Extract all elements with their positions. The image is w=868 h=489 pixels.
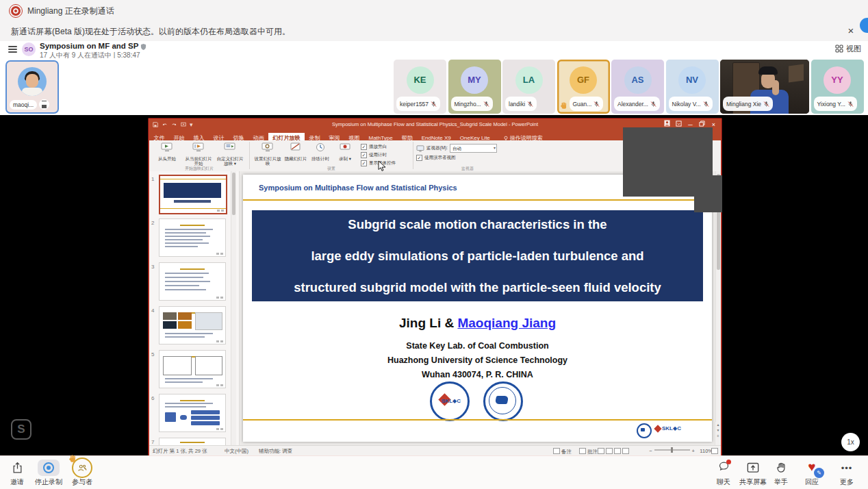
participant-avatar: YY xyxy=(824,66,851,94)
notes-button[interactable]: 备注 xyxy=(553,448,572,455)
thumbnail-scrollbar[interactable] xyxy=(231,171,236,445)
slide-thumb-card xyxy=(159,306,226,344)
view-label: 视图 xyxy=(846,45,861,53)
participant-avatar: KE xyxy=(407,66,434,94)
participants-strip: maoqi... KEkeiper1557MYMingzho...LAlandi… xyxy=(0,58,868,115)
sorter-view-icon xyxy=(606,448,613,454)
comments-button[interactable]: 批注 xyxy=(579,448,598,455)
slide-thumb-3[interactable]: 3 xyxy=(149,262,239,303)
from-beginning-button[interactable]: 从头开始 xyxy=(152,142,182,166)
overlay-box-small xyxy=(694,175,722,212)
chevron-down-icon: ▾ xyxy=(494,145,496,152)
fit-slide-icon[interactable] xyxy=(711,448,719,455)
slide-thumb-2[interactable]: 2 xyxy=(149,218,239,260)
slideshow-view-icon xyxy=(622,448,629,454)
stop-recording-button[interactable]: 停止录制 xyxy=(33,460,64,487)
slide-thumb-6[interactable]: 6 xyxy=(149,394,239,435)
grid-view-icon xyxy=(835,45,843,53)
monitor-value: 自动 xyxy=(452,146,461,151)
slide-thumb-card xyxy=(159,218,226,257)
more-button[interactable]: ••• 更多 xyxy=(837,460,857,487)
raise-hand-icon xyxy=(776,462,787,473)
more-icon: ••• xyxy=(837,460,857,476)
slide-thumb-4[interactable]: 4 xyxy=(149,306,239,347)
playback-speed-badge[interactable]: 1x xyxy=(841,433,860,451)
mic-muted-icon xyxy=(650,98,656,110)
raised-hand-icon xyxy=(560,100,568,108)
participant-name: Alexander... xyxy=(617,101,648,108)
participant-name: Yixiong Y... xyxy=(817,101,845,108)
participants-icon xyxy=(72,457,92,478)
share-screen-button[interactable]: 共享屏幕 xyxy=(738,460,768,487)
chat-button[interactable]: 聊天 xyxy=(713,460,734,487)
close-icon[interactable]: × xyxy=(845,25,857,37)
recording-banner: Mingliang 正在录制通话 xyxy=(0,0,868,21)
presenter-view-checkbox[interactable]: ✓ 使用演示者视图 xyxy=(416,155,519,161)
skloc-logo-small: SKL◆C xyxy=(655,425,681,431)
from-current-slide-button[interactable]: 从当前幻灯片开始 xyxy=(183,142,214,166)
invite-button[interactable]: 邀请 xyxy=(5,460,29,487)
participant-name: Mingliang Xie xyxy=(726,101,761,108)
prev-next-slide-buttons[interactable]: ▲▼≡ xyxy=(715,422,721,445)
play-narrations-checkbox[interactable]: ✓播放旁白 xyxy=(361,144,396,150)
slide-canvas: Symposium on Multiphase Flow and Statist… xyxy=(243,175,712,442)
record-slideshow-button[interactable]: 录制 ▾ xyxy=(333,142,357,166)
raise-hand-button[interactable]: 举手 xyxy=(772,460,790,487)
clock-icon xyxy=(314,142,327,153)
participant-name: keiper1557 xyxy=(400,101,429,108)
chat-notification-dot xyxy=(726,460,731,464)
meeting-title: Symposium on MF and SP xyxy=(40,42,138,50)
participant-tile-Alexander-[interactable]: ASAlexander... xyxy=(611,60,664,114)
use-timings-checkbox[interactable]: ✓使用计时 xyxy=(361,152,396,158)
participant-name-pill: Nikolay V... xyxy=(669,97,713,111)
self-video-tile[interactable]: maoqi... xyxy=(5,60,59,114)
participant-avatar: NV xyxy=(678,66,706,94)
ppt-window-title: Symposium on Multiphase Flow and Statist… xyxy=(149,121,721,127)
slide-thumb-5[interactable]: 5 xyxy=(149,350,239,391)
participant-tile-landiki[interactable]: LAlandiki xyxy=(502,60,555,114)
setup-slideshow-button[interactable]: 设置幻灯片放映 xyxy=(253,142,283,166)
participant-name-pill: Yixiong Y... xyxy=(814,97,857,111)
view-button[interactable]: 视图 xyxy=(835,44,861,54)
ribbon-group-setup: 设置幻灯片放映 隐藏幻灯片 排练计时 录制 ▾ xyxy=(250,140,413,173)
pencil-badge-icon: ✎ xyxy=(814,468,824,478)
custom-slideshow-button[interactable]: 自定义幻灯片放映 ▾ xyxy=(215,142,245,166)
participant-tile-Yixiong-Y-[interactable]: YYYixiong Y... xyxy=(811,60,864,114)
menu-icon[interactable] xyxy=(8,46,17,53)
accessibility-status[interactable]: 辅助功能: 调查 xyxy=(259,448,292,455)
participant-tile-keiper1557[interactable]: KEkeiper1557 xyxy=(394,60,446,114)
language-indicator[interactable]: 中文(中国) xyxy=(225,448,248,455)
shield-icon xyxy=(140,43,146,52)
slide-thumb-7[interactable]: 7 xyxy=(149,438,239,445)
participant-name-pill: Mingliang Xie xyxy=(723,97,773,111)
author-2: Maoqiang Jiang xyxy=(457,316,556,330)
slide-thumb-1[interactable]: 1 xyxy=(149,175,239,216)
monitor-dropdown[interactable]: 自动▾ xyxy=(450,144,497,153)
gold-divider xyxy=(243,199,712,201)
participant-tile-Guan-[interactable]: GFGuan... xyxy=(557,60,610,114)
participant-tile-Mingliang-Xie[interactable]: Mingliang Xie xyxy=(720,60,809,114)
editor-scrollbar[interactable] xyxy=(715,171,721,445)
react-button[interactable]: ♥✎ 回应 xyxy=(800,460,824,487)
participants-button[interactable]: 参与者 xyxy=(68,460,96,487)
participant-avatar: GF xyxy=(570,66,597,94)
zoom-slider[interactable] xyxy=(654,449,690,451)
hust-logo xyxy=(483,381,523,421)
slide-thumb-card xyxy=(159,350,226,388)
self-more-icon[interactable] xyxy=(39,99,49,110)
hide-slide-button[interactable]: 隐藏幻灯片 xyxy=(284,142,307,166)
comments-icon xyxy=(579,448,586,454)
view-switcher[interactable] xyxy=(598,448,630,455)
participant-tile-Nikolay-V-[interactable]: NVNikolay V... xyxy=(666,60,719,114)
participant-name-pill: Guan... xyxy=(570,97,604,111)
participant-name: landiki xyxy=(509,101,525,108)
rehearse-timings-button[interactable]: 排练计时 xyxy=(309,142,332,166)
beta-text: 新通话屏幕(Beta 版)现在处于活动状态。以前的版本仍在布局选取器中可用。 xyxy=(11,26,290,38)
participant-tile-Mingzho-[interactable]: MYMingzho... xyxy=(448,60,501,114)
self-name: maoqi... xyxy=(10,100,37,110)
hust-logo-small xyxy=(637,423,652,438)
mouse-cursor xyxy=(378,160,386,175)
monitor-icon xyxy=(416,145,424,152)
zoom-controls[interactable]: −+ xyxy=(649,448,695,454)
ppt-content-area: 1 2 xyxy=(149,171,721,445)
